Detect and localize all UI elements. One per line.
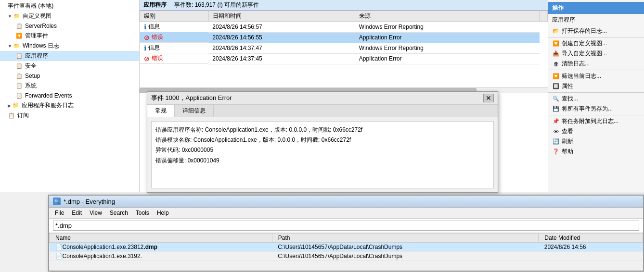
col-source: 来源 bbox=[355, 11, 540, 22]
actions-header: 操作 bbox=[548, 2, 644, 14]
info-icon: ℹ bbox=[144, 23, 146, 31]
action-label: 导入自定义视图... bbox=[562, 49, 607, 58]
action-label: 将所有事件另存为... bbox=[562, 105, 613, 113]
everything-search-bar bbox=[49, 219, 643, 233]
action-divider bbox=[548, 70, 644, 70]
event-viewer-section: 事件查看器 (本地) ▼ 📁 自定义视图 📋 ServerRoles 🔽 管理事… bbox=[0, 0, 644, 192]
action-item-open-log[interactable]: 📂打开保存的日志... bbox=[548, 26, 644, 36]
dialog-tab-general[interactable]: 常规 bbox=[147, 105, 175, 117]
sidebar-item-admin-events[interactable]: 🔽 管理事件 bbox=[0, 31, 139, 41]
dialog-close-button[interactable]: ✕ bbox=[483, 94, 494, 102]
cell-source: Application Error bbox=[355, 32, 540, 43]
action-item-import-view[interactable]: 📥导入自定义视图... bbox=[548, 49, 644, 59]
everything-window: 🔍 *.dmp - Everything File Edit View Sear… bbox=[48, 195, 644, 272]
action-item-help[interactable]: ❓帮助 bbox=[548, 147, 644, 157]
sidebar-item-server-roles[interactable]: 📋 ServerRoles bbox=[0, 21, 139, 31]
sidebar-item-forwarded-events[interactable]: 📋 Forwarded Events bbox=[0, 91, 139, 100]
actions-section-app: 应用程序 bbox=[548, 14, 644, 26]
cell-path: C:\Users\10145657\AppData\Local\CrashDum… bbox=[272, 252, 538, 261]
menu-tools[interactable]: Tools bbox=[132, 209, 153, 217]
cell-date-modified: 2024/8/26 14:56 bbox=[539, 243, 643, 252]
event-dialog: 事件 1000，Application Error ✕ 常规 详细信息 错误应用… bbox=[147, 91, 498, 193]
sidebar: 事件查看器 (本地) ▼ 📁 自定义视图 📋 ServerRoles 🔽 管理事… bbox=[0, 0, 140, 192]
log-icon5: 📋 bbox=[15, 82, 23, 90]
action-item-clear-log[interactable]: 🗑清除日志... bbox=[548, 59, 644, 69]
everything-search-input[interactable] bbox=[53, 221, 639, 231]
action-item-find[interactable]: 🔍查找... bbox=[548, 94, 644, 104]
cell-datetime: 2024/8/26 14:56:57 bbox=[208, 22, 355, 33]
sidebar-item-system[interactable]: 📋 系统 bbox=[0, 81, 139, 91]
sidebar-item-application[interactable]: 📋 应用程序 bbox=[0, 51, 139, 61]
file-icon: 📄 bbox=[55, 253, 63, 260]
cell-datetime: 2024/8/26 14:56:55 bbox=[208, 32, 355, 43]
sidebar-item-app-service-logs[interactable]: ▶ 📁 应用程序和服务日志 bbox=[0, 100, 139, 111]
actions-list: 📂打开保存的日志...🔽创建自定义视图...📥导入自定义视图...🗑清除日志..… bbox=[548, 26, 644, 157]
action-item-refresh[interactable]: 🔄刷新 bbox=[548, 136, 644, 147]
action-item-create-view[interactable]: 🔽创建自定义视图... bbox=[548, 38, 644, 49]
file-icon: 📄 bbox=[55, 244, 63, 250]
everything-title-bar: 🔍 *.dmp - Everything bbox=[49, 196, 643, 208]
action-item-attach-task[interactable]: 📌将任务附加到此日志... bbox=[548, 116, 644, 126]
menu-help[interactable]: Help bbox=[153, 209, 173, 217]
everything-table-container: Name Path Date Modified 📄ConsoleApplicat… bbox=[49, 233, 643, 272]
dialog-title-bar: 事件 1000，Application Error ✕ bbox=[147, 92, 498, 105]
folder-icon3: 📁 bbox=[12, 102, 20, 110]
action-item-view[interactable]: 👁查看 bbox=[548, 126, 644, 136]
table-row[interactable]: ⊘错误 2024/8/26 14:56:55 Application Error bbox=[140, 32, 548, 43]
table-row[interactable]: ⊘错误 2024/8/26 14:37:45 Application Error bbox=[140, 53, 548, 64]
cell-source: Windows Error Reporting bbox=[355, 22, 540, 33]
menu-view[interactable]: View bbox=[86, 209, 106, 217]
action-item-filter-log[interactable]: 🔽筛选当前日志... bbox=[548, 71, 644, 81]
log-icon3: 📋 bbox=[15, 62, 23, 70]
menu-edit[interactable]: Edit bbox=[68, 209, 86, 217]
cell-datetime: 2024/8/26 14:37:45 bbox=[208, 53, 355, 64]
info-icon: ℹ bbox=[144, 44, 146, 52]
expand-arrow-icon2: ▼ bbox=[8, 44, 12, 49]
menu-search[interactable]: Search bbox=[106, 209, 132, 217]
dialog-tabs: 常规 详细信息 bbox=[147, 105, 498, 117]
table-row[interactable]: ℹ信息 2024/8/26 14:56:57 Windows Error Rep… bbox=[140, 22, 548, 33]
dialog-title: 事件 1000，Application Error bbox=[151, 94, 232, 102]
event-table-scroll[interactable]: 级别 日期和时间 来源 ℹ信息 2024/8/26 14:56:57 Windo… bbox=[140, 11, 548, 87]
action-icon-view: 👁 bbox=[552, 128, 560, 136]
list-item[interactable]: 📄ConsoleApplication1.exe.3192. C:\Users\… bbox=[50, 252, 643, 261]
sidebar-item-security[interactable]: 📋 安全 bbox=[0, 61, 139, 71]
folder-icon2: 📁 bbox=[13, 42, 21, 50]
error-icon: ⊘ bbox=[144, 34, 150, 41]
log-icon6: 📋 bbox=[15, 92, 23, 99]
sidebar-item-subscriptions[interactable]: 📋 订阅 bbox=[0, 111, 139, 121]
cell-level: ℹ信息 bbox=[140, 22, 209, 32]
action-divider bbox=[548, 115, 644, 115]
action-item-save-all[interactable]: 💾将所有事件另存为... bbox=[548, 104, 644, 114]
everything-title: *.dmp - Everything bbox=[64, 198, 115, 205]
sidebar-item-setup[interactable]: 📋 Setup bbox=[0, 71, 139, 81]
list-item[interactable]: 📄ConsoleApplication1.exe.23812.dmp C:\Us… bbox=[50, 243, 643, 252]
action-icon-properties: 🔲 bbox=[552, 83, 560, 90]
cell-source: Application Error bbox=[355, 53, 540, 64]
menu-file[interactable]: File bbox=[51, 209, 68, 217]
everything-icon: 🔍 bbox=[53, 198, 61, 205]
table-row[interactable]: ℹ信息 2024/8/26 14:37:47 Windows Error Rep… bbox=[140, 43, 548, 53]
cell-date-modified bbox=[539, 252, 643, 261]
action-icon-clear-log: 🗑 bbox=[552, 60, 560, 68]
action-icon-save-all: 💾 bbox=[552, 105, 560, 113]
everything-table: Name Path Date Modified 📄ConsoleApplicat… bbox=[49, 233, 643, 261]
action-icon-filter-log: 🔽 bbox=[552, 73, 560, 80]
sidebar-item-custom-views[interactable]: ▼ 📁 自定义视图 bbox=[0, 11, 139, 21]
action-icon-open-log: 📂 bbox=[552, 27, 560, 35]
cell-source: Windows Error Reporting bbox=[355, 43, 540, 53]
sidebar-item-windows-logs[interactable]: ▼ 📁 Windows 日志 bbox=[0, 41, 139, 51]
action-label: 筛选当前日志... bbox=[562, 72, 601, 80]
action-label: 属性 bbox=[562, 82, 573, 90]
col-name: Name bbox=[50, 234, 272, 243]
dialog-body-line: 错误模块名称: ConsoleApplication1.exe，版本: 0.0.… bbox=[155, 136, 489, 145]
content-header-count: 事件数: 163,917 (!) 可用的新事件 bbox=[174, 1, 259, 9]
content-header-title: 应用程序 bbox=[143, 1, 167, 9]
action-label: 打开保存的日志... bbox=[562, 27, 607, 35]
action-label: 刷新 bbox=[562, 137, 573, 146]
action-item-properties[interactable]: 🔲属性 bbox=[548, 81, 644, 91]
dialog-tab-detail[interactable]: 详细信息 bbox=[175, 105, 214, 117]
action-label: 将任务附加到此日志... bbox=[562, 117, 618, 125]
action-icon-find: 🔍 bbox=[552, 95, 560, 103]
cell-filename: 📄ConsoleApplication1.exe.23812.dmp bbox=[50, 243, 272, 252]
